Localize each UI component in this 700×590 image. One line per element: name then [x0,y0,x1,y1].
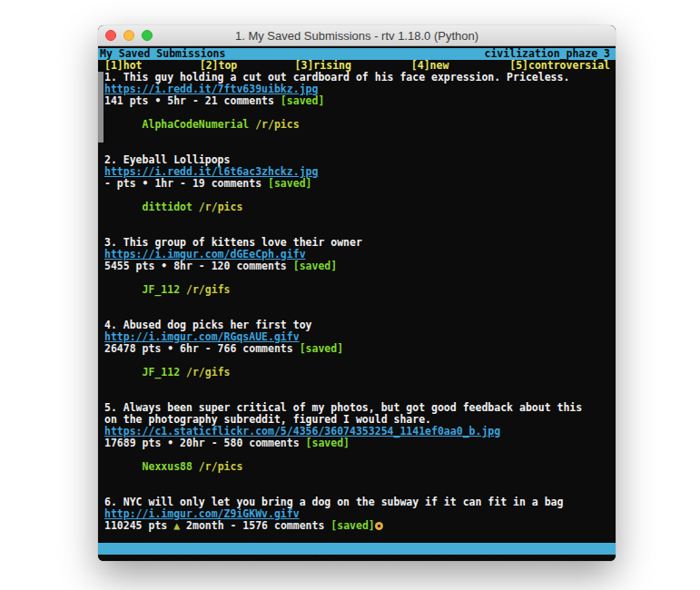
submission-byline: JF_112 /r/gifs [104,355,612,390]
gilded-icon [375,522,383,530]
post-command[interactable]: [c]Post [483,554,527,561]
submission-title: 5. Always been super critical of my phot… [104,402,612,426]
status-bar: [?]Help[q]Quit[l]Comments[/]Prompt[u]Log… [98,543,616,555]
submission-subreddit[interactable]: /r/gifs [180,283,230,296]
submission-author: Nexxus88 [143,460,192,473]
submission-stats: 5455 pts • 8hr - 120 comments [saved] [104,261,612,272]
comments-command[interactable]: [l]Comments [237,554,306,561]
submission-subreddit[interactable]: /r/gifs [180,366,230,379]
window-titlebar[interactable]: 1. My Saved Submissions - rtv 1.18.0 (Py… [98,25,616,46]
submission-row[interactable]: 4. Abused dog picks her first toy http:/… [104,320,612,390]
submission-row[interactable]: 5. Always been super critical of my phot… [104,402,612,485]
submission-author: JF_112 [143,283,181,296]
saved-badge: [saved] [324,519,374,532]
submission-byline: dittidot /r/pics [104,190,612,225]
submission-subreddit[interactable]: /r/pics [192,460,242,473]
stats-text: 2month - 1576 comments [180,519,324,532]
submission-stats: 141 pts • 5hr - 21 comments [saved] [104,95,612,107]
prompt-command[interactable]: [/]Prompt [313,554,370,561]
submission-byline: JF_112 /r/gifs [104,272,612,308]
submission-author: dittidot [143,201,192,213]
saved-badge: [saved] [300,437,350,449]
submission-subreddit[interactable]: /r/pics [192,201,242,213]
submission-subreddit[interactable]: /r/pics [249,118,299,131]
help-command[interactable]: [?]Help [137,554,181,561]
vote-command[interactable]: [a/z]Vote [533,554,589,561]
submission-author: AlphaCodeNumerial [143,118,250,131]
window-title: 1. My Saved Submissions - rtv 1.18.0 (Py… [235,29,478,43]
submission-stats: 26478 pts • 6hr - 766 comments [saved] [104,343,612,355]
submission-stats: 17689 pts • 20hr - 580 comments [saved] [104,438,612,449]
submission-stats: - pts • 1hr - 19 comments [saved] [104,178,612,190]
traffic-lights [105,30,153,41]
submission-author: JF_112 [143,366,181,379]
stats-text: 26478 pts • 6hr - 766 comments [104,342,293,355]
stats-text: 110245 pts [104,519,173,532]
submission-stats: 110245 pts ▲ 2month - 1576 comments [sav… [104,520,612,532]
stats-text: 5455 pts • 8hr - 120 comments [104,260,287,272]
quit-command[interactable]: [q]Quit [187,554,231,561]
saved-badge: [saved] [293,342,343,355]
close-button[interactable] [105,30,116,41]
submission-list: 1. This guy holding a cut out cardboard … [98,72,616,561]
submission-byline: AlphaCodeNumerial /r/pics [104,107,612,143]
saved-badge: [saved] [261,177,311,190]
saved-badge: [saved] [274,94,324,107]
minimize-button[interactable] [123,30,134,41]
saved-badge: [saved] [287,260,337,272]
stats-text: - pts • 1hr - 19 comments [104,177,261,190]
stats-text: 141 pts • 5hr - 21 comments [104,94,274,107]
submission-row[interactable]: 1. This guy holding a cut out cardboard … [104,72,612,143]
stats-text: 17689 pts • 20hr - 580 comments [104,437,300,449]
open-command[interactable]: [o]Open [432,554,476,561]
zoom-button[interactable] [142,30,153,41]
submission-byline: Nexxus88 /r/pics [104,449,612,485]
terminal: My Saved Submissions civilization_phaze_… [98,46,616,561]
login-command[interactable]: [u]Login [376,554,426,561]
submission-row[interactable]: 3. This group of kittens love their owne… [104,237,612,308]
app-window: 1. My Saved Submissions - rtv 1.18.0 (Py… [98,25,616,561]
submission-row[interactable]: 2. Eyeball Lollipops https://i.redd.it/l… [104,154,612,225]
